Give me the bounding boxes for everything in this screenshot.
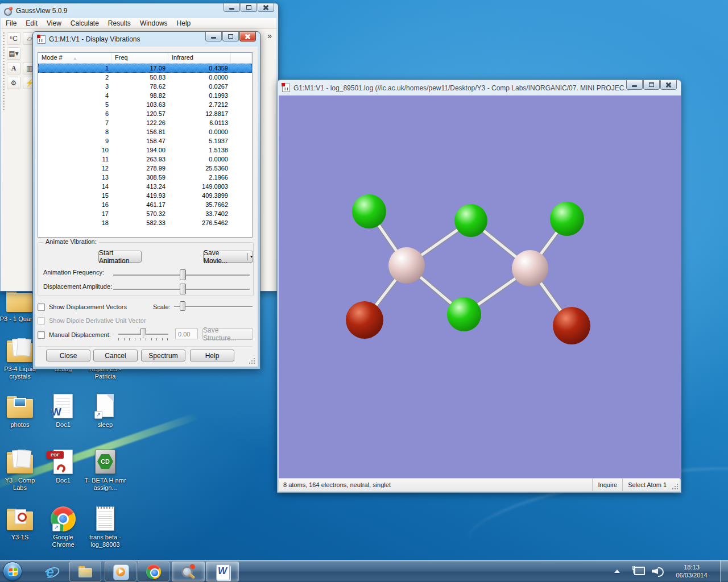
- clock[interactable]: 18:13 06/03/2014: [671, 563, 712, 579]
- molecule-viewport[interactable]: [279, 95, 681, 479]
- mol-minimize-button[interactable]: [626, 80, 643, 90]
- displacement-amplitude-slider[interactable]: [113, 284, 250, 295]
- taskbar-gaussview-button[interactable]: [172, 562, 205, 581]
- atom-Al[interactable]: [512, 250, 548, 286]
- volume-icon[interactable]: [652, 566, 663, 576]
- dialog-resize-grip[interactable]: [249, 357, 255, 364]
- desktop-icon-y3-1s[interactable]: Y3-1S: [0, 506, 42, 541]
- column-header-mode-[interactable]: Mode #▴: [38, 53, 111, 63]
- folder-docs-icon: [6, 338, 34, 364]
- main-close-button[interactable]: [258, 3, 274, 12]
- manual-slider-ticks: [118, 338, 168, 340]
- atom-Cl[interactable]: [352, 194, 386, 228]
- manual-displacement-checkbox[interactable]: [38, 331, 45, 339]
- show-displacement-vectors-checkbox[interactable]: [38, 304, 45, 311]
- column-header-freq[interactable]: Freq: [111, 53, 168, 63]
- vibration-mode-row-14[interactable]: 14413.24149.0803: [38, 182, 252, 191]
- manual-displacement-label: Manual Displacement:: [49, 331, 111, 338]
- dialog-minimize-button[interactable]: [205, 32, 222, 41]
- vibration-mode-row-16[interactable]: 16461.1735.7662: [38, 200, 252, 209]
- vibration-mode-row-6[interactable]: 6120.5712.8817: [38, 109, 252, 118]
- internet-explorer-icon: e: [43, 564, 59, 580]
- column-header-infrared[interactable]: Infrared: [168, 53, 231, 63]
- atom-Br[interactable]: [553, 307, 590, 344]
- main-minimize-button[interactable]: [224, 3, 240, 12]
- desktop-icon-t-beta-h-nmr-assign[interactable]: CDT- BETA H nmr assign...: [84, 449, 127, 492]
- dialog-maximize-button[interactable]: [222, 32, 239, 41]
- desktop-icon-trans-beta-log-88003[interactable]: trans beta - log_88003: [84, 506, 127, 548]
- atom-Br[interactable]: [346, 301, 383, 339]
- table-header[interactable]: Mode #▴FreqInfrared: [38, 53, 252, 64]
- menu-results[interactable]: Results: [104, 18, 135, 28]
- menu-view[interactable]: View: [42, 18, 66, 28]
- cancel-button[interactable]: Cancel: [93, 350, 138, 361]
- taskbar-internet-explorer-button[interactable]: e: [38, 562, 65, 581]
- menu-help[interactable]: Help: [172, 18, 196, 28]
- desktop-icon-doc1[interactable]: WDoc1: [42, 393, 85, 429]
- vibration-mode-row-7[interactable]: 7122.266.0113: [38, 118, 252, 127]
- network-icon[interactable]: [632, 566, 645, 576]
- desktop-icon-label: Y3 - Comp Labs: [0, 477, 42, 492]
- vibration-mode-row-1[interactable]: 117.090.4359: [38, 64, 252, 73]
- scale-slider[interactable]: [174, 301, 253, 312]
- desktop-icon-google-chrome[interactable]: ↗Google Chrome: [42, 506, 85, 548]
- save-movie-button[interactable]: Save Movie...: [203, 251, 253, 263]
- desktop-icon-photos[interactable]: photos: [0, 393, 42, 429]
- vibration-mode-row-15[interactable]: 15419.93409.3899: [38, 191, 252, 200]
- desktop-icon-y3-comp-labs[interactable]: Y3 - Comp Labs: [0, 449, 42, 492]
- mol-maximize-button[interactable]: [643, 80, 660, 90]
- resize-grip[interactable]: [672, 483, 679, 490]
- vibration-mode-row-17[interactable]: 17570.3233.7402: [38, 209, 252, 218]
- menu-file[interactable]: File: [1, 18, 21, 28]
- taskbar-windows-explorer-button[interactable]: [69, 562, 101, 581]
- vibration-mode-row-18[interactable]: 18582.33276.5462: [38, 218, 252, 227]
- taskbar-media-player-button[interactable]: [105, 562, 136, 581]
- spectrum-button[interactable]: Spectrum: [141, 350, 185, 361]
- word-icon: W: [49, 393, 77, 419]
- toolbar-icon-gear[interactable]: ⚙: [7, 77, 20, 89]
- vibration-mode-row-4[interactable]: 498.820.1993: [38, 91, 252, 100]
- main-maximize-button[interactable]: [241, 3, 257, 12]
- manual-displacement-input[interactable]: [175, 329, 198, 339]
- toolbar-icon-carbon[interactable]: ⁶C: [7, 32, 20, 45]
- atom-Cl[interactable]: [550, 202, 584, 236]
- mol-close-button[interactable]: [660, 80, 677, 90]
- vibration-mode-row-10[interactable]: 10194.001.5138: [38, 146, 252, 155]
- molecule-view-window: G1:M1:V1 - log_89501.log (//ic.ac.uk/hom…: [277, 80, 681, 493]
- desktop-icon-sleep[interactable]: ↗sleep: [84, 393, 127, 429]
- vibration-mode-row-13[interactable]: 13308.592.1966: [38, 173, 252, 182]
- toolbar-icon-new-note[interactable]: ▤▾: [7, 47, 20, 60]
- start-animation-button[interactable]: Start Animation: [98, 251, 142, 263]
- vibration-mode-row-5[interactable]: 5103.632.7212: [38, 100, 252, 109]
- atom-Cl[interactable]: [454, 204, 487, 237]
- desktop-icon-label: Y3-1S: [11, 534, 29, 541]
- select-atom-indicator[interactable]: Select Atom 1: [622, 479, 672, 491]
- vibration-mode-row-12[interactable]: 12278.9925.5360: [38, 164, 252, 173]
- vibration-mode-row-2[interactable]: 250.830.0000: [38, 73, 252, 82]
- atom-Cl[interactable]: [447, 297, 481, 331]
- show-desktop-button[interactable]: [720, 560, 728, 582]
- vibration-mode-row-9[interactable]: 9158.475.1937: [38, 136, 252, 146]
- menu-windows[interactable]: Windows: [135, 18, 172, 28]
- vibration-mode-row-11[interactable]: 11263.930.0000: [38, 155, 252, 164]
- atom-Al[interactable]: [388, 247, 425, 284]
- toolbar-overflow-chevron[interactable]: »: [267, 31, 272, 40]
- help-button[interactable]: Help: [190, 350, 234, 361]
- tray-expand-icon[interactable]: [614, 569, 620, 573]
- animation-frequency-slider[interactable]: [113, 269, 250, 281]
- vibration-mode-row-3[interactable]: 378.620.0267: [38, 82, 252, 91]
- close-button[interactable]: Close: [46, 350, 90, 361]
- taskbar-word-button[interactable]: W: [206, 562, 239, 581]
- menu-calculate[interactable]: Calculate: [66, 18, 104, 28]
- menu-edit[interactable]: Edit: [21, 18, 42, 28]
- start-button[interactable]: [3, 562, 22, 581]
- inquire-mode-indicator[interactable]: Inquire: [592, 479, 622, 491]
- toolbar-icon-text[interactable]: A: [7, 62, 20, 74]
- desktop-icon-doc1[interactable]: PDFDoc1: [42, 449, 85, 484]
- vibration-modes-table[interactable]: Mode #▴FreqInfrared 117.090.4359250.830.…: [38, 52, 253, 238]
- molecule-window-titlebar[interactable]: G1:M1:V1 - log_89501.log (//ic.ac.uk/hom…: [278, 80, 681, 95]
- table-rows[interactable]: 117.090.4359250.830.0000378.620.0267498.…: [38, 64, 252, 227]
- vibration-mode-row-8[interactable]: 8156.810.0000: [38, 127, 252, 136]
- dialog-close-button[interactable]: [239, 32, 256, 41]
- taskbar-google-chrome-button[interactable]: [138, 562, 169, 581]
